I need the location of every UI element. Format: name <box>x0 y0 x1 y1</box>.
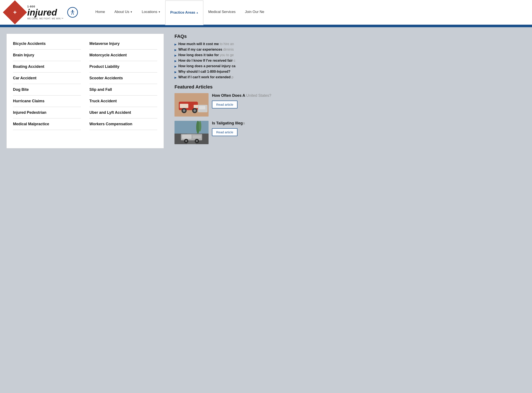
faq-text-1: How much will it cost me to hire an <box>178 42 234 46</box>
faq-arrow-7: ▶ <box>174 76 177 79</box>
logo-diamond: + <box>3 0 27 24</box>
faq-arrow-6: ▶ <box>174 70 177 74</box>
faq-light-2: diminis <box>223 48 234 51</box>
svg-line-4 <box>73 13 74 15</box>
practice-item-malpractice[interactable]: Medical Malpractice <box>13 118 81 130</box>
read-article-btn-1[interactable]: Read article <box>212 101 238 108</box>
nav-medical-services[interactable]: Medical Services <box>204 0 240 25</box>
blue-bar <box>0 25 532 27</box>
logo-tagline: WE CARE. WE FIGHT. WE WIN.™ <box>27 17 63 20</box>
faqs-title: FAQs <box>174 34 526 39</box>
faq-item-7[interactable]: ▶ What if I can't work for extended p <box>174 75 526 79</box>
read-article-btn-2[interactable]: Read article <box>212 128 238 136</box>
headline-light-2: a <box>243 121 245 125</box>
svg-point-10 <box>183 109 185 112</box>
faq-bold-5: How long does a personal injury ca <box>178 64 236 68</box>
headline-bold-2: Is Tailgating Illeg <box>212 121 243 125</box>
col-divider <box>81 38 89 130</box>
practice-item-truck[interactable]: Truck Accident <box>89 95 157 107</box>
faq-arrow-5: ▶ <box>174 65 177 68</box>
article-img-1 <box>174 93 209 117</box>
svg-line-3 <box>71 13 72 15</box>
practice-columns: Bicycle Accidents Brain Injury Boating A… <box>13 38 157 130</box>
faq-light-3: you to ge <box>220 53 234 57</box>
faq-item-1[interactable]: ▶ How much will it cost me to hire an <box>174 42 526 46</box>
faq-bold-7: What if I can't work for extended <box>178 75 231 79</box>
practice-item-workers[interactable]: Workers Compensation <box>89 118 157 130</box>
faq-item-2[interactable]: ▶ What if my car experiences diminis <box>174 48 526 51</box>
practice-item-pedestrian[interactable]: Injured Pedestrian <box>13 107 81 118</box>
nav-practice-areas[interactable]: Practice Areas ▲ <box>165 0 204 25</box>
nav-home[interactable]: Home <box>91 0 109 25</box>
faq-light-4: c <box>234 59 235 62</box>
featured-section: Featured Articles <box>174 84 526 144</box>
headline-light-1: United States? <box>246 93 271 98</box>
logo-area: + 1·800 injured WE CARE. WE FIGHT. WE WI… <box>6 4 78 21</box>
faq-light-7: p <box>232 75 234 79</box>
site-header: + 1·800 injured WE CARE. WE FIGHT. WE WI… <box>0 0 532 25</box>
article-item-2: Is Tailgating Illega Read article <box>174 121 526 144</box>
faq-bold-3: How long does it take for <box>178 53 219 57</box>
locations-arrow: ▼ <box>158 11 160 13</box>
dropdown-container: Bicycle Accidents Brain Injury Boating A… <box>0 27 532 157</box>
faq-bold-4: How do I know If I've received fair <box>178 59 233 62</box>
faq-arrow-4: ▶ <box>174 59 177 63</box>
practice-areas-panel: Bicycle Accidents Brain Injury Boating A… <box>6 34 164 148</box>
logo-plus: + <box>13 9 17 15</box>
practice-col-2: Metaverse Injury Motorcycle Accident Pro… <box>89 38 157 130</box>
nav-locations[interactable]: Locations ▼ <box>137 0 165 25</box>
article-headline-1: How Often Does A United States? <box>212 93 526 98</box>
svg-rect-22 <box>193 135 201 138</box>
right-panel: FAQs ▶ How much will it cost me to hire … <box>164 34 526 148</box>
practice-item-hurricane[interactable]: Hurricane Claims <box>13 95 81 107</box>
logo-text: 1·800 injured WE CARE. WE FIGHT. WE WIN.… <box>27 5 63 20</box>
article-headline-2: Is Tailgating Illega <box>212 121 526 126</box>
svg-point-24 <box>185 140 187 142</box>
practice-item-boating[interactable]: Boating Accident <box>13 61 81 73</box>
practice-item-motorcycle[interactable]: Motorcycle Accident <box>89 49 157 61</box>
featured-title: Featured Articles <box>174 84 526 90</box>
headline-bold-1: How Often Does A <box>212 93 245 98</box>
faq-arrow-2: ▶ <box>174 48 177 51</box>
practice-item-slip[interactable]: Slip and Fall <box>89 84 157 95</box>
faqs-section: FAQs ▶ How much will it cost me to hire … <box>174 34 526 79</box>
svg-point-12 <box>194 109 196 112</box>
article-content-1: How Often Does A United States? Read art… <box>212 93 526 108</box>
faq-text-2: What if my car experiences diminis <box>178 48 234 51</box>
accessibility-icon[interactable] <box>67 7 78 18</box>
practice-item-brain[interactable]: Brain Injury <box>13 49 81 61</box>
nav-join[interactable]: Join Our Ne <box>240 0 269 25</box>
faq-text-6: Why should I call 1-800-Injured? <box>178 70 230 74</box>
faq-item-5[interactable]: ▶ How long does a personal injury ca <box>174 64 526 68</box>
faq-bold-2: What if my car experiences <box>178 48 222 51</box>
svg-rect-14 <box>199 106 205 109</box>
svg-point-0 <box>72 10 73 11</box>
svg-point-26 <box>196 140 198 142</box>
practice-item-metaverse[interactable]: Metaverse Injury <box>89 38 157 49</box>
practice-col-1: Bicycle Accidents Brain Injury Boating A… <box>13 38 81 130</box>
practice-item-bicycle[interactable]: Bicycle Accidents <box>13 38 81 49</box>
practice-item-scooter[interactable]: Scooter Accidents <box>89 73 157 84</box>
article-content-2: Is Tailgating Illega Read article <box>212 121 526 136</box>
practice-item-product[interactable]: Product Liability <box>89 61 157 73</box>
faq-text-4: How do I know If I've received fair c <box>178 59 235 63</box>
nav-about[interactable]: About Us ▼ <box>110 0 137 25</box>
about-arrow: ▼ <box>130 11 132 13</box>
faq-item-3[interactable]: ▶ How long does it take for you to ge <box>174 53 526 57</box>
faq-bold-6: Why should I call 1-800-Injured? <box>178 70 230 73</box>
practice-item-uber[interactable]: Uber and Lyft Accident <box>89 107 157 118</box>
faq-bold-1: How much will it cost me <box>178 42 219 46</box>
article-img-2 <box>174 121 209 144</box>
svg-rect-7 <box>180 104 188 108</box>
svg-rect-21 <box>182 135 192 139</box>
faq-arrow-1: ▶ <box>174 43 177 46</box>
practice-item-car[interactable]: Car Accident <box>13 73 81 84</box>
faq-arrow-3: ▶ <box>174 54 177 57</box>
article-item-1: How Often Does A United States? Read art… <box>174 93 526 117</box>
main-nav: Home About Us ▼ Locations ▼ Practice Are… <box>91 0 269 25</box>
practice-item-dog[interactable]: Dog Bite <box>13 84 81 95</box>
faq-item-6[interactable]: ▶ Why should I call 1-800-Injured? <box>174 70 526 74</box>
faq-text-5: How long does a personal injury ca <box>178 64 236 68</box>
practice-arrow: ▲ <box>196 11 199 14</box>
faq-item-4[interactable]: ▶ How do I know If I've received fair c <box>174 59 526 63</box>
